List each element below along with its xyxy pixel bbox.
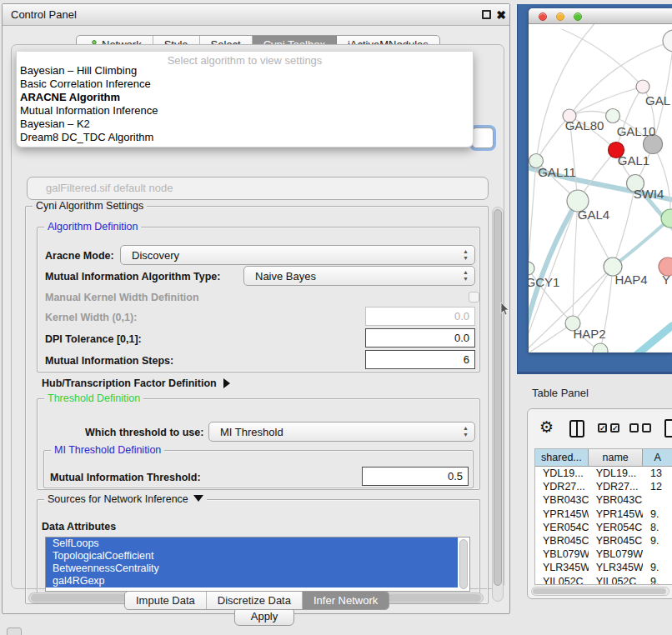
vertical-scroll-thumb[interactable] [494, 209, 502, 586]
column-header[interactable]: name [589, 449, 644, 466]
algorithm-option[interactable]: ARACNE Algorithm [17, 91, 473, 104]
network-edge [536, 24, 597, 161]
table-row[interactable]: YBR043CYBR043C [535, 493, 672, 507]
close-icon[interactable]: ✖ [496, 8, 506, 22]
algorithm-option[interactable]: Bayesian – K2 [17, 118, 473, 131]
node-label: HAP4 [614, 272, 647, 287]
gear-icon[interactable]: ⚙ [539, 418, 554, 437]
table-body: YDL19...YDL19...13YDR27...YDR27...12YBR0… [535, 467, 672, 585]
algorithm-option[interactable]: Basic Correlation Inference [17, 78, 473, 91]
checked-checkbox-icon[interactable]: ✓ [598, 423, 607, 432]
network-edge [635, 326, 672, 352]
column-header[interactable]: A [643, 449, 672, 466]
corner-widget-icon[interactable] [7, 628, 22, 635]
table-cell: 9. [643, 575, 672, 586]
document-icon[interactable] [664, 419, 672, 438]
mi-steps-input[interactable] [365, 350, 475, 369]
algorithm-option[interactable]: Mutual Information Inference [17, 104, 473, 118]
attribute-item[interactable]: TopologicalCoefficient [46, 550, 458, 562]
split-columns-icon[interactable] [569, 420, 584, 438]
mi-threshold-input[interactable] [362, 467, 469, 486]
dpi-tolerance-input[interactable] [365, 328, 475, 348]
network-edge [616, 87, 643, 150]
network-node[interactable] [529, 262, 534, 275]
float-window-icon[interactable] [482, 10, 491, 19]
mi-type-value: Naive Bayes [255, 270, 316, 282]
data-attributes-list[interactable]: SelfLoopsTopologicalCoefficientBetweenne… [45, 537, 470, 592]
unchecked-checkbox-icon[interactable] [642, 423, 651, 432]
table-panel-title: Table Panel [532, 387, 589, 399]
network-edge [613, 183, 635, 267]
table-panel: ⚙ ✓ ✓ shared...nameA YDL19...YDL19...13Y… [527, 408, 672, 599]
network-node[interactable] [593, 343, 608, 352]
settings-group-title: Cyni Algorithm Settings [33, 200, 147, 212]
table-row[interactable]: YDL19...YDL19...13 [535, 467, 672, 480]
which-threshold-value: MI Threshold [220, 426, 283, 438]
which-threshold-select[interactable]: MI Threshold ▲▼ [208, 422, 475, 442]
list-scrollbar[interactable] [459, 539, 468, 589]
table-cell: 8. [643, 521, 672, 534]
kernel-width-input[interactable] [365, 307, 475, 326]
tab-infer-network[interactable]: Infer Network [303, 592, 389, 609]
mouse-cursor [500, 302, 509, 316]
network-node[interactable] [663, 30, 672, 52]
table-row[interactable]: YPR145WYPR145W9. [535, 508, 672, 521]
stepper-arrows-icon: ▲▼ [463, 248, 469, 262]
control-panel-window: Control Panel ✖ NetworkStyleSelectCyni T… [2, 3, 510, 614]
mac-zoom-icon[interactable] [574, 12, 582, 21]
aracne-mode-select[interactable]: Discovery ▲▼ [120, 245, 475, 265]
table-row[interactable]: YLR345WYLR345W9. [535, 561, 672, 574]
mac-minimize-icon[interactable] [556, 12, 564, 21]
table-cell: YPR145W [535, 508, 589, 521]
table-row[interactable]: YDR27...YDR27...12 [535, 480, 672, 493]
algorithm-combo-focus-sliver[interactable] [472, 128, 494, 148]
table-row[interactable]: YBL079WYBL079W [535, 548, 672, 561]
table-cell: YBL079W [535, 548, 589, 561]
attribute-item[interactable]: gal4RGexp [46, 575, 458, 588]
algorithm-option[interactable]: Dream8 DC_TDC Algorithm [17, 131, 473, 144]
mi-threshold-label: Mutual Information Threshold: [50, 472, 201, 483]
table-cell: 9. [643, 561, 672, 574]
network-node[interactable] [636, 80, 649, 93]
mac-close-icon[interactable] [539, 12, 547, 21]
tab-discretize-data[interactable]: Discretize Data [207, 592, 303, 609]
attribute-item[interactable]: BetweennessCentrality [46, 562, 458, 575]
table-row[interactable]: YER054CYER054C8. [535, 521, 672, 534]
table-cell: YDR27... [535, 480, 589, 493]
table-cell: YDL19... [535, 467, 589, 480]
table-cell: 9. [643, 508, 672, 521]
collapse-down-icon[interactable] [193, 495, 203, 502]
manual-kernel-checkbox[interactable] [469, 292, 479, 302]
network-canvas[interactable]: GALGAL80GAL10GAL1GAL11SWI4GAL4GCY1HAP4YH… [529, 24, 672, 352]
screen: Control Panel ✖ NetworkStyleSelectCyni T… [0, 0, 672, 635]
expand-right-icon[interactable] [223, 378, 230, 388]
table-horizontal-scrollbar[interactable] [531, 587, 669, 596]
sources-group-title: Sources for Network Inference [44, 493, 207, 505]
checked-checkbox-icon[interactable]: ✓ [610, 423, 619, 432]
network-window-titlebar[interactable] [529, 8, 672, 24]
network-node[interactable] [606, 109, 620, 123]
table-row[interactable]: YIL052CYIL052C9. [535, 575, 672, 586]
tab-impute-data[interactable]: Impute Data [125, 592, 207, 609]
attribute-item[interactable]: SelfLoops [46, 538, 458, 550]
hub-definition-expander[interactable]: Hub/Transcription Factor Definition [42, 378, 230, 389]
table-scroll-thumb[interactable] [533, 588, 666, 594]
mi-type-select[interactable]: Naive Bayes ▲▼ [243, 266, 475, 286]
node-label: GAL1 [618, 153, 649, 168]
network-selector-value: galFiltered.sif default node [46, 182, 173, 194]
control-panel-titlebar[interactable]: Control Panel ✖ [3, 4, 509, 26]
column-header[interactable]: shared... [535, 449, 589, 466]
network-selector-combo[interactable]: galFiltered.sif default node [27, 177, 489, 200]
node-label: HAP2 [573, 327, 605, 341]
node-label: GAL4 [578, 208, 609, 222]
table-cell: YBL079W [589, 548, 643, 561]
vertical-scrollbar[interactable] [492, 207, 504, 602]
table-cell: YBR043C [589, 493, 643, 507]
table-cell: 9. [643, 534, 672, 548]
table-cell: YLR345W [535, 561, 589, 574]
table-cell: YDL19... [589, 467, 643, 480]
mi-steps-label: Mutual Information Steps: [45, 355, 173, 367]
node-label: GAL [645, 93, 670, 108]
unchecked-checkbox-icon[interactable] [629, 423, 639, 432]
table-row[interactable]: YBR045CYBR045C9. [535, 534, 672, 548]
